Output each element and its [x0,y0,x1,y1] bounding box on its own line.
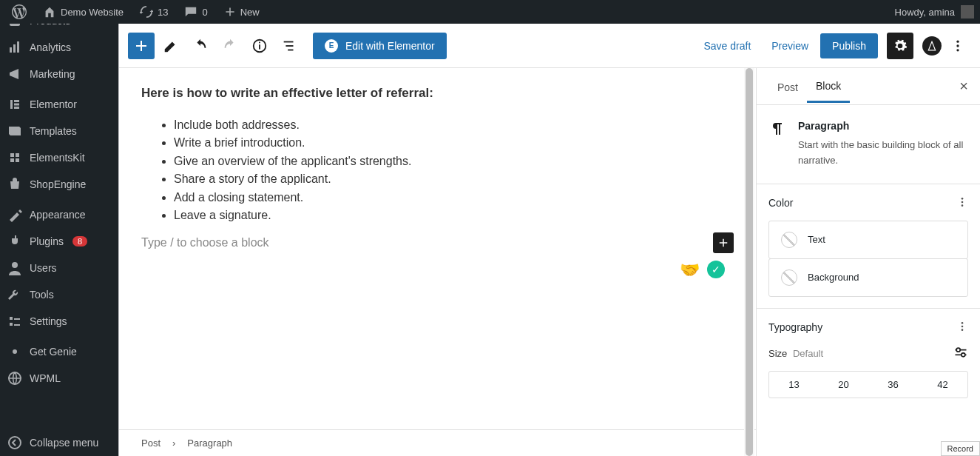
list-item[interactable]: Leave a signature. [174,207,734,224]
list-item[interactable]: Share a story of the applicant. [174,171,734,187]
info-button[interactable] [246,33,273,59]
sidebar-item-analytics[interactable]: Analytics [0,34,118,61]
sidebar-item-elementor[interactable]: Elementor [0,91,118,118]
sidebar-item-label: Marketing [30,68,75,80]
sidebar-item-appearance[interactable]: Appearance [0,201,118,228]
sidebar-item-tools[interactable]: Tools [0,281,118,308]
svg-rect-19 [284,41,294,42]
settings-button[interactable] [887,33,913,59]
add-block-button[interactable] [128,33,155,59]
size-preset[interactable]: 20 [819,372,868,398]
sidebar-item-elementskit[interactable]: ElementsKit [0,144,118,171]
redo-button[interactable] [217,33,243,59]
floating-helpers: 🤝 ✓ [680,261,725,280]
svg-point-30 [962,329,964,331]
color-section: Color Text Background [757,184,980,308]
handshake-icon[interactable]: 🤝 [680,261,700,280]
comments-link[interactable]: 0 [178,5,213,19]
publish-button[interactable]: Publish [820,33,878,58]
svg-point-13 [13,349,17,354]
outline-button[interactable] [276,33,303,59]
breadcrumb-root[interactable]: Post [141,437,160,449]
sidebar-item-label: Plugins [30,235,64,247]
collapse-menu[interactable]: Collapse menu [0,429,118,456]
color-label: Background [808,272,859,283]
new-label: New [240,7,260,18]
admin-bar: Demo Website 13 0 New Howdy, amina [0,0,980,24]
text-color-button[interactable]: Text [768,221,968,259]
block-placeholder[interactable]: Type / to choose a block [141,236,269,249]
sidebar-item-settings[interactable]: Settings [0,308,118,335]
new-link[interactable]: New [218,6,266,18]
svg-rect-12 [14,324,20,326]
updates-count: 13 [158,7,168,18]
size-value: Default [793,348,823,359]
color-options-button[interactable] [956,196,968,210]
sidebar-item-label: Get Genie [30,346,77,358]
background-color-button[interactable]: Background [768,258,968,297]
breadcrumb-current[interactable]: Paragraph [187,437,232,449]
list-item[interactable]: Write a brief introduction. [174,135,734,151]
howdy-text[interactable]: Howdy, amina [895,7,955,18]
site-name-link[interactable]: Demo Website [37,5,129,19]
preview-button[interactable]: Preview [763,34,817,58]
save-draft-button[interactable]: Save draft [695,34,760,58]
size-presets: 13 20 36 42 [768,371,968,398]
grammarly-icon[interactable]: ✓ [707,261,725,278]
paragraph-icon [768,120,786,169]
size-preset[interactable]: 36 [868,372,918,398]
svg-rect-4 [10,100,13,109]
close-inspector-button[interactable]: × [959,78,968,95]
svg-point-29 [962,325,964,327]
color-title: Color [768,197,793,209]
scrollbar[interactable] [744,68,754,456]
more-options-button[interactable] [944,33,971,59]
sidebar-item-wpml[interactable]: WPML [0,365,118,392]
svg-point-25 [962,198,964,200]
edit-mode-button[interactable] [158,33,184,59]
custom-size-button[interactable] [953,345,968,362]
typography-section: Typography Size Default 13 20 36 42 [757,308,980,410]
sidebar-item-templates[interactable]: Templates [0,118,118,144]
block-description: Start with the basic building block of a… [798,138,968,169]
svg-point-15 [9,437,21,449]
list-item[interactable]: Include both addresses. [174,117,734,133]
inline-add-block-button[interactable] [713,232,734,253]
content-heading[interactable]: Here is how to write an effective letter… [141,86,734,101]
svg-point-23 [956,44,959,47]
record-button[interactable]: Record [941,441,980,456]
svg-rect-3 [17,41,19,53]
sidebar-item-label: Products [30,24,70,27]
list-item[interactable]: Add a closing statement. [174,190,734,206]
undo-button[interactable] [187,33,214,59]
editor: EEdit with Elementor Save draft Preview … [118,24,980,456]
editor-toolbar: EEdit with Elementor Save draft Preview … [119,24,980,68]
svg-rect-21 [288,49,293,50]
svg-point-34 [962,352,965,356]
wp-logo[interactable] [6,4,33,19]
svg-point-8 [12,262,18,268]
svg-rect-2 [13,44,16,53]
sidebar-item-products[interactable]: Products [0,24,118,34]
content-list[interactable]: Include both addresses. Write a brief in… [141,117,734,224]
plugins-badge: 8 [72,236,87,247]
astra-button[interactable] [922,36,942,56]
list-item[interactable]: Give an overview of the applicant's stre… [174,153,734,170]
svg-point-28 [962,322,964,324]
size-preset[interactable]: 13 [769,372,819,398]
block-name: Paragraph [798,120,968,132]
tab-post[interactable]: Post [768,71,807,102]
svg-rect-20 [285,45,293,47]
sidebar-item-getgenie[interactable]: Get Genie [0,338,118,365]
sidebar-item-shopengine[interactable]: ShopEngine [0,171,118,198]
size-preset[interactable]: 42 [918,372,967,398]
tab-block[interactable]: Block [807,70,850,103]
updates-link[interactable]: 13 [134,5,174,19]
sidebar-item-marketing[interactable]: Marketing [0,61,118,87]
elementor-button[interactable]: EEdit with Elementor [313,33,447,59]
svg-point-26 [962,201,964,203]
avatar[interactable] [961,5,974,19]
sidebar-item-users[interactable]: Users [0,255,118,281]
typography-options-button[interactable] [956,321,968,335]
sidebar-item-plugins[interactable]: Plugins8 [0,228,118,255]
